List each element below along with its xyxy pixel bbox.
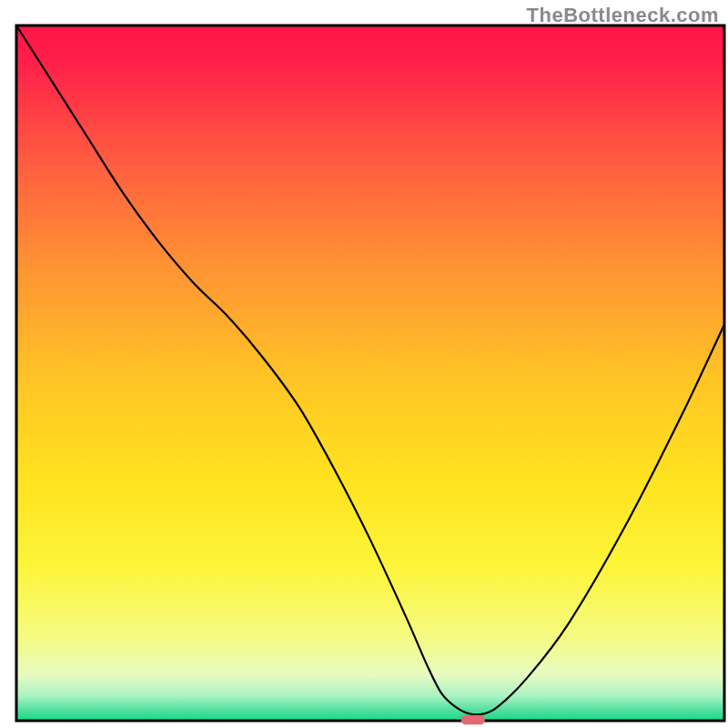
watermark-text: TheBottleneck.com bbox=[527, 4, 719, 27]
plot-background bbox=[16, 25, 724, 721]
chart-container: TheBottleneck.com bbox=[0, 0, 728, 728]
bottleneck-chart bbox=[0, 0, 728, 728]
optimum-marker bbox=[461, 715, 485, 725]
